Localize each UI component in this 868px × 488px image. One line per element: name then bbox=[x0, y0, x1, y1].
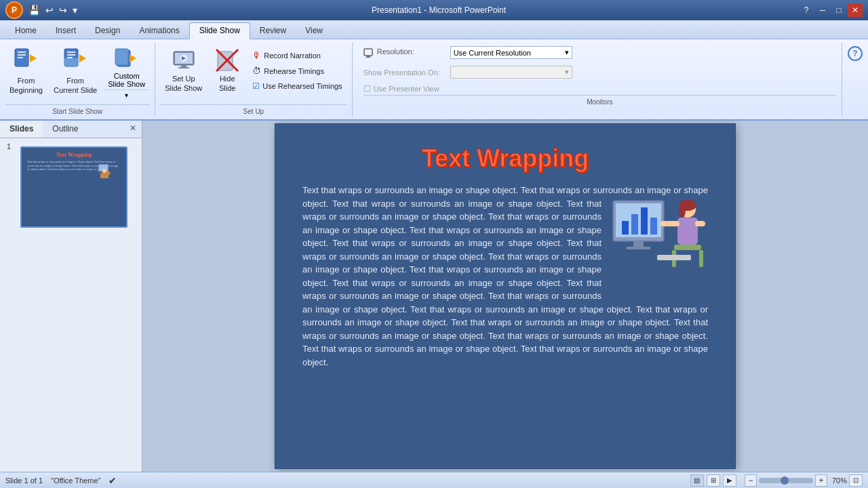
start-slideshow-group-label: Start Slide Show bbox=[5, 104, 149, 117]
save-quick-btn[interactable]: 💾 bbox=[27, 3, 41, 17]
use-rehearsed-timings-checkbox[interactable]: ☑ bbox=[252, 81, 260, 91]
tab-slideshow[interactable]: Slide Show bbox=[189, 22, 250, 39]
from-current-slide-button[interactable]: FromCurrent Slide bbox=[50, 43, 101, 98]
slide-number: 1 bbox=[3, 141, 15, 152]
slide-title: Text Wrapping bbox=[302, 144, 708, 173]
monitors-group-label: Monitors bbox=[363, 95, 836, 107]
from-beginning-button[interactable]: FromBeginning bbox=[5, 43, 47, 98]
tab-slides[interactable]: Slides bbox=[0, 121, 43, 138]
tab-design[interactable]: Design bbox=[85, 23, 130, 39]
svg-marker-4 bbox=[30, 54, 37, 62]
help-button[interactable]: ? bbox=[799, 3, 814, 17]
svg-marker-13 bbox=[130, 54, 136, 62]
ribbon-tabs: Home Insert Design Animations Slide Show… bbox=[0, 20, 868, 39]
ribbon-group-setup: Set UpSlide Show HideSlide 🎙 Record Narr… bbox=[155, 42, 352, 117]
resolution-label: Resolution: bbox=[363, 47, 445, 57]
tab-animations[interactable]: Animations bbox=[130, 23, 189, 39]
show-presentation-on-label: Show Presentation On: bbox=[363, 68, 445, 77]
resolution-select[interactable]: Use Current Resolution ▾ bbox=[450, 46, 572, 59]
rehearse-timings-label: Rehearse Timings bbox=[264, 67, 324, 75]
rehearse-timings-button[interactable]: ⏱ Rehearse Timings bbox=[248, 64, 346, 78]
svg-rect-25 bbox=[366, 57, 371, 58]
tab-view[interactable]: View bbox=[296, 23, 332, 39]
resolution-dropdown-icon: ▾ bbox=[565, 48, 569, 57]
window-title: Presentation1 - Microsoft PowerPoint bbox=[79, 5, 799, 15]
from-current-slide-label: FromCurrent Slide bbox=[54, 77, 97, 94]
status-bar: Slide 1 of 1 "Office Theme" ✔ ▤ ⊞ ▶ − + … bbox=[0, 472, 868, 488]
ribbon-help-button[interactable]: ? bbox=[848, 46, 863, 61]
zoom-slider[interactable] bbox=[759, 478, 813, 483]
start-slideshow-buttons: FromBeginning FromCurrent Slide bbox=[5, 42, 149, 103]
hide-slide-button[interactable]: HideSlide bbox=[209, 43, 245, 98]
zoom-out-btn[interactable]: − bbox=[745, 474, 757, 487]
use-presenter-view-row: ☐ Use Presenter View bbox=[363, 84, 836, 94]
customize-quick-btn[interactable]: ▾ bbox=[71, 3, 79, 17]
from-beginning-icon bbox=[14, 46, 38, 74]
zoom-level: 70% bbox=[832, 476, 847, 485]
resolution-value: Use Current Resolution bbox=[454, 49, 531, 57]
svg-rect-7 bbox=[67, 54, 75, 56]
panel-close-button[interactable]: ✕ bbox=[124, 121, 142, 138]
tab-home[interactable]: Home bbox=[5, 23, 46, 39]
theme-name: "Office Theme" bbox=[51, 476, 100, 485]
minimize-button[interactable]: ─ bbox=[815, 3, 830, 17]
slideshow-view-btn[interactable]: ▶ bbox=[723, 474, 736, 487]
setup-group-label: Set Up bbox=[161, 104, 346, 117]
setup-slideshow-button[interactable]: Set UpSlide Show bbox=[161, 43, 206, 98]
title-bar-left: P 💾 ↩ ↪ ▾ bbox=[5, 1, 79, 19]
svg-rect-17 bbox=[178, 67, 189, 68]
ribbon-group-monitors: Resolution: Use Current Resolution ▾ Sho… bbox=[353, 42, 842, 117]
undo-quick-btn[interactable]: ↩ bbox=[44, 3, 55, 17]
custom-slideshow-button[interactable]: CustomSlide Show ▾ bbox=[104, 43, 149, 100]
office-button[interactable]: P bbox=[5, 1, 23, 19]
svg-rect-45 bbox=[674, 245, 701, 250]
svg-rect-23 bbox=[364, 49, 372, 56]
zoom-controls: − + 70% ⊡ bbox=[745, 474, 863, 487]
spellcheck-icon: ✔ bbox=[108, 475, 117, 486]
tab-insert[interactable]: Insert bbox=[46, 23, 85, 39]
svg-point-29 bbox=[102, 169, 106, 173]
svg-rect-35 bbox=[641, 207, 648, 235]
svg-rect-42 bbox=[677, 218, 698, 245]
use-presenter-view-checkbox: ☐ bbox=[363, 84, 371, 94]
status-left: Slide 1 of 1 "Office Theme" ✔ bbox=[5, 475, 690, 486]
hide-slide-icon bbox=[215, 48, 239, 75]
tab-review[interactable]: Review bbox=[250, 23, 296, 39]
slide-image bbox=[610, 197, 708, 285]
custom-slideshow-arrow[interactable]: ▾ bbox=[104, 89, 149, 100]
use-rehearsed-timings-button[interactable]: ☑ Use Rehearsed Timings bbox=[248, 79, 346, 93]
svg-rect-2 bbox=[18, 54, 26, 56]
use-rehearsed-timings-label: Use Rehearsed Timings bbox=[262, 82, 342, 90]
svg-rect-6 bbox=[67, 52, 75, 53]
svg-rect-12 bbox=[115, 49, 128, 65]
title-bar: P 💾 ↩ ↪ ▾ Presentation1 - Microsoft Powe… bbox=[0, 0, 868, 20]
slide-thumbnail-1[interactable]: Text Wrapping Text that wraps or surroun… bbox=[20, 146, 127, 228]
svg-rect-33 bbox=[622, 221, 629, 235]
monitors-content: Resolution: Use Current Resolution ▾ Sho… bbox=[363, 42, 836, 94]
rehearse-timings-icon: ⏱ bbox=[252, 66, 261, 76]
normal-view-btn[interactable]: ▤ bbox=[690, 474, 704, 487]
svg-rect-34 bbox=[631, 214, 638, 235]
custom-slideshow-top[interactable]: CustomSlide Show bbox=[104, 43, 149, 89]
svg-rect-37 bbox=[633, 241, 644, 247]
quick-access-toolbar: 💾 ↩ ↪ ▾ bbox=[27, 3, 79, 17]
setup-buttons: Set UpSlide Show HideSlide 🎙 Record Narr… bbox=[161, 42, 346, 103]
record-narration-icon: 🎙 bbox=[252, 50, 261, 60]
from-beginning-label: FromBeginning bbox=[9, 77, 43, 94]
show-presentation-on-row: Show Presentation On: ▾ bbox=[363, 64, 836, 80]
resolution-row: Resolution: Use Current Resolution ▾ bbox=[363, 45, 836, 60]
zoom-in-btn[interactable]: + bbox=[815, 474, 827, 487]
fit-slide-btn[interactable]: ⊡ bbox=[849, 474, 863, 487]
tab-outline[interactable]: Outline bbox=[43, 121, 87, 138]
maximize-button[interactable]: □ bbox=[831, 3, 846, 17]
record-narration-button[interactable]: 🎙 Record Narration bbox=[248, 48, 346, 62]
slide-canvas[interactable]: Text Wrapping Text that wraps or surroun… bbox=[275, 123, 736, 469]
slide-sorter-btn[interactable]: ⊞ bbox=[707, 474, 720, 487]
close-button[interactable]: ✕ bbox=[848, 3, 863, 17]
redo-quick-btn[interactable]: ↪ bbox=[58, 3, 68, 17]
use-presenter-view-label: Use Presenter View bbox=[374, 85, 439, 93]
svg-rect-8 bbox=[67, 57, 73, 58]
svg-rect-24 bbox=[367, 56, 370, 57]
app-layout: Slides Outline ✕ 1 Text Wrapping Text th… bbox=[0, 121, 868, 472]
svg-rect-3 bbox=[18, 57, 23, 58]
